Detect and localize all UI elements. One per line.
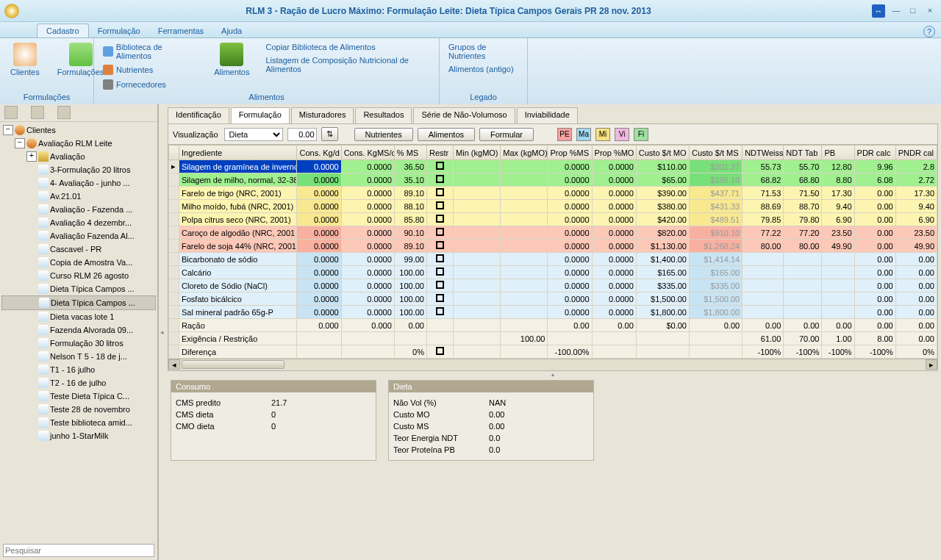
tree-item[interactable]: Av.21.01 — [1, 190, 156, 203]
restr-checkbox[interactable] — [436, 294, 444, 302]
tree-item[interactable]: Dieta Típica Campos ... — [1, 282, 156, 295]
grid-row[interactable]: ▸Silagem de gramínea de inverno0.00000.0… — [169, 160, 937, 173]
pill-mi[interactable]: Mi — [595, 128, 610, 141]
restr-checkbox[interactable] — [436, 228, 444, 236]
btn-nutrientes[interactable]: Nutrientes — [354, 128, 413, 141]
minimize-button[interactable]: — — [890, 6, 903, 16]
num-input[interactable] — [287, 128, 317, 141]
tree-item[interactable]: Teste 28 de novembro — [1, 403, 156, 416]
grid-col[interactable]: Custo $/t MS — [689, 146, 742, 160]
grid-row[interactable]: Sal mineral padrão 65g-P0.00000.0000100.… — [169, 306, 937, 319]
pill-pe[interactable]: PE — [557, 128, 572, 141]
tree-item[interactable]: T2 - 16 de julho — [1, 376, 156, 390]
pill-ma[interactable]: Ma — [576, 128, 591, 141]
grid-col[interactable]: Min (kgMO) — [454, 146, 501, 160]
ribbon-alimentos-antigo[interactable]: Alimentos (antigo) — [446, 63, 521, 75]
tree-item[interactable]: Copia de Amostra Va... — [1, 256, 156, 269]
btn-alimentos[interactable]: Alimentos — [418, 128, 475, 141]
maximize-button[interactable]: □ — [906, 6, 920, 16]
ctab-5[interactable]: Inviabilidade — [517, 107, 578, 123]
menu-ferramentas[interactable]: Ferramentas — [149, 24, 212, 37]
restr-checkbox[interactable] — [436, 201, 444, 209]
ribbon-fornecedores[interactable]: Fornecedores — [100, 78, 201, 91]
grid-row[interactable]: Silagem de milho, normal, 32-380.00000.0… — [169, 173, 937, 187]
grid-col[interactable]: Prop %MO — [592, 146, 636, 160]
restr-checkbox[interactable] — [436, 268, 444, 276]
grid-row[interactable]: Polpa citrus seco (NRC, 2001)0.00000.000… — [169, 213, 937, 226]
tree[interactable]: − Clientes− Avaliação RLM Leite+ Avaliaç… — [0, 122, 157, 541]
scroll-thumb[interactable] — [182, 360, 285, 369]
grid-col[interactable]: Cons. Kg/d — [297, 146, 341, 160]
grid-col[interactable]: PB — [822, 146, 854, 160]
grid-row[interactable]: Farelo de trigo (NRC, 2001)0.00000.00008… — [169, 187, 937, 200]
grid-row[interactable]: Exigência / Restrição100.0061.0070.001.0… — [169, 332, 937, 345]
tree-sub[interactable]: + Avaliação — [1, 150, 156, 163]
grid-row[interactable]: Bicarbonato de sódio0.00000.000099.000.0… — [169, 253, 937, 266]
tree-item[interactable]: 4- Avaliação - junho ... — [1, 176, 156, 190]
sync-button[interactable]: ↔ — [872, 4, 885, 18]
sb-tool-3[interactable] — [57, 106, 71, 119]
grid-col[interactable]: PNDR cal — [895, 146, 937, 160]
btn-formular[interactable]: Formular — [479, 128, 534, 141]
restr-checkbox[interactable] — [436, 188, 444, 196]
ctab-0[interactable]: Identificação — [168, 107, 229, 123]
tree-item[interactable]: 3-Formulação 20 litros — [1, 163, 156, 176]
grid-row[interactable]: Farelo de soja 44% (NRC, 20010.00000.000… — [169, 240, 937, 253]
tree-item[interactable]: Curso RLM 26 agosto — [1, 269, 156, 282]
grid-row[interactable]: Ração0.0000.0000.000.000.00$0.000.000.00… — [169, 319, 937, 332]
settings-button[interactable]: ⇅ — [321, 127, 338, 141]
menu-ajuda[interactable]: Ajuda — [212, 24, 251, 37]
tree-group[interactable]: − Avaliação RLM Leite — [1, 137, 156, 150]
restr-checkbox[interactable] — [436, 347, 444, 355]
tree-item[interactable]: Avaliação 4 dezembr... — [1, 216, 156, 229]
ribbon-nutrientes[interactable]: Nutrientes — [100, 63, 201, 76]
grid-col[interactable]: NDT Tab — [784, 146, 822, 160]
grid-row[interactable]: Fosfato bicálcico0.00000.0000100.000.000… — [169, 292, 937, 306]
grid-row[interactable]: Milho moído, fubá (NRC, 2001)0.00000.000… — [169, 200, 937, 213]
scroll-right-icon[interactable]: ▸ — [926, 359, 937, 370]
ctab-1[interactable]: Formulação — [231, 107, 290, 123]
ctab-2[interactable]: Misturadores — [291, 107, 354, 123]
ribbon-biblioteca[interactable]: Biblioteca de Alimentos — [100, 41, 201, 62]
restr-checkbox[interactable] — [436, 307, 444, 315]
restr-checkbox[interactable] — [436, 241, 444, 249]
search-input[interactable] — [3, 544, 154, 557]
grid[interactable]: IngredienteCons. Kg/dCons. KgMS/d% MSRes… — [168, 144, 938, 359]
grid-hscroll[interactable]: ◂ ▸ — [168, 359, 938, 371]
grid-row[interactable]: Cloreto de Sódio (NaCl)0.00000.0000100.0… — [169, 279, 937, 292]
restr-checkbox[interactable] — [436, 254, 444, 262]
ctab-4[interactable]: Série de Não-Volumoso — [413, 107, 515, 123]
tree-root[interactable]: − Clientes — [1, 123, 156, 137]
tree-item[interactable]: Nelson T 5 - 18 de j... — [1, 350, 156, 363]
tree-item[interactable]: Dieta Típica Campos ... — [1, 295, 156, 310]
ribbon-listagem[interactable]: Listagem de Composição Nutricional de Al… — [262, 54, 433, 75]
menu-cadastro[interactable]: Cadastro — [37, 24, 89, 37]
grid-col[interactable]: Prop %MS — [548, 146, 592, 160]
ribbon-copiar-biblioteca[interactable]: Copiar Biblioteca de Alimentos — [262, 41, 433, 53]
tree-item[interactable]: Avaliação - Fazenda ... — [1, 203, 156, 216]
vis-select[interactable]: Dieta — [224, 128, 283, 141]
grid-row[interactable]: Calcário0.00000.0000100.000.00000.0000$1… — [169, 266, 937, 279]
splitter-horizontal[interactable] — [168, 371, 938, 377]
restr-checkbox[interactable] — [436, 162, 444, 170]
tree-item[interactable]: junho 1-StarMilk — [1, 429, 156, 442]
pill-vi[interactable]: Vi — [615, 128, 629, 141]
restr-checkbox[interactable] — [436, 175, 444, 183]
grid-col[interactable]: NDTWeiss — [743, 146, 784, 160]
tree-item[interactable]: Avaliação Fazenda Al... — [1, 229, 156, 243]
close-button[interactable]: × — [923, 6, 937, 16]
help-icon[interactable]: ? — [923, 26, 935, 37]
ribbon-clientes[interactable]: Clientes — [6, 41, 44, 78]
tree-item[interactable]: Teste Dieta Típica C... — [1, 390, 156, 403]
grid-row[interactable]: Caroço de algodão (NRC, 20010.00000.0000… — [169, 226, 937, 240]
tree-item[interactable]: Fazenda Alvorada 09... — [1, 323, 156, 337]
grid-col[interactable]: Restr — [426, 146, 453, 160]
scroll-left-icon[interactable]: ◂ — [168, 359, 180, 370]
tree-item[interactable]: Cascavel - PR — [1, 243, 156, 256]
sb-tool-2[interactable] — [31, 106, 44, 119]
restr-checkbox[interactable] — [436, 281, 444, 289]
ribbon-grupos-nutrientes[interactable]: Grupos de Nutrientes — [446, 41, 521, 62]
grid-col[interactable]: % MS — [394, 146, 426, 160]
grid-col[interactable]: Cons. KgMS/d — [341, 146, 394, 160]
pill-fi[interactable]: Fi — [634, 128, 648, 141]
